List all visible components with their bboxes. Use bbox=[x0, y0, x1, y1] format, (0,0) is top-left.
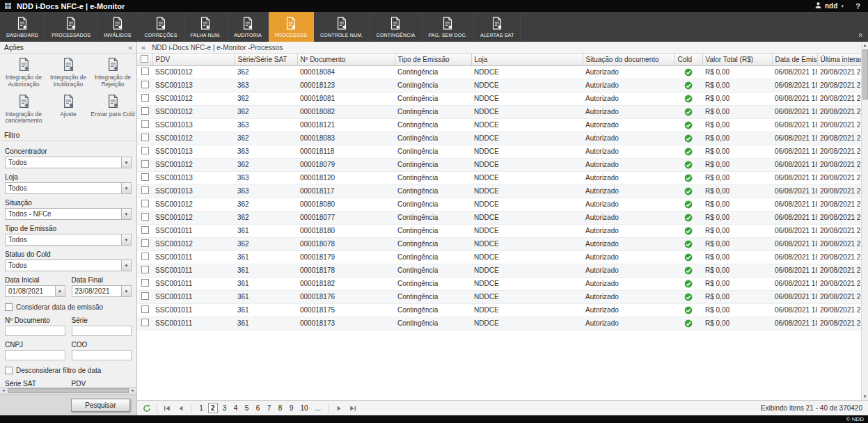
tab-auditoria[interactable]: AUDITORIA bbox=[228, 12, 269, 42]
row-select-cell[interactable] bbox=[137, 131, 152, 145]
row-select-cell[interactable] bbox=[137, 92, 152, 105]
collapse-sidebar-panel-icon[interactable]: « bbox=[128, 44, 132, 51]
select-concentrador[interactable]: Todos▼ bbox=[5, 157, 132, 168]
tab-controle-num[interactable]: CONTROLE NUM. bbox=[314, 12, 370, 42]
table-row[interactable]: SSC001012362000018080ContingênciaNDDCEAu… bbox=[137, 198, 861, 211]
action-integracao-de-autorizacao[interactable]: Integração de Autorização bbox=[1, 57, 46, 88]
select-tipo-de-emissao[interactable]: Todos▼ bbox=[5, 234, 132, 246]
row-select-cell[interactable] bbox=[137, 303, 152, 317]
row-select-cell[interactable] bbox=[137, 317, 152, 330]
search-button[interactable]: Pesquisar bbox=[71, 399, 130, 412]
row-checkbox[interactable] bbox=[141, 319, 149, 326]
coo-input[interactable] bbox=[72, 350, 132, 360]
row-select-cell[interactable] bbox=[137, 145, 152, 158]
page-number-3[interactable]: 3 bbox=[221, 404, 229, 413]
page-number-10[interactable]: 10 bbox=[299, 404, 310, 413]
table-row[interactable]: SSC001011361000018178ContingênciaNDDCEAu… bbox=[137, 264, 861, 277]
sidebar-horizontal-scrollbar[interactable]: ◂ ▸ bbox=[0, 387, 136, 394]
row-checkbox[interactable] bbox=[141, 266, 149, 273]
collapse-ribbon-icon[interactable]: « bbox=[856, 33, 864, 37]
table-row[interactable]: SSC001012362000018082ContingênciaNDDCEAu… bbox=[137, 105, 861, 118]
tab-processos[interactable]: PROCESSOS bbox=[269, 12, 314, 42]
table-row[interactable]: SSC001011361000018176ContingênciaNDDCEAu… bbox=[137, 290, 861, 303]
page-number-4[interactable]: 4 bbox=[232, 404, 240, 413]
scroll-right-icon[interactable]: ▸ bbox=[129, 388, 136, 394]
chevron-down-icon[interactable]: ▼ bbox=[121, 260, 131, 271]
column-header-valor-total-r[interactable]: Valor Total (R$) bbox=[702, 54, 772, 65]
help-button[interactable]: ? bbox=[855, 2, 863, 10]
row-select-cell[interactable] bbox=[137, 158, 152, 171]
row-select-cell[interactable] bbox=[137, 277, 152, 290]
row-checkbox[interactable] bbox=[141, 186, 149, 194]
row-select-cell[interactable] bbox=[137, 237, 152, 250]
row-checkbox[interactable] bbox=[141, 226, 149, 234]
chevron-down-icon[interactable]: ▼ bbox=[55, 286, 65, 296]
column-header-situacao-do-documento[interactable]: Situação do documento bbox=[583, 54, 674, 65]
select-status-do-cold[interactable]: Todos▼ bbox=[5, 260, 132, 271]
tab-contingencia[interactable]: CONTINGÊNCIA bbox=[370, 12, 422, 42]
row-select-cell[interactable] bbox=[137, 290, 152, 303]
collapse-sidebar-icon[interactable]: « bbox=[141, 43, 145, 51]
table-row[interactable]: SSC001013363000018121ContingênciaNDDCEAu… bbox=[137, 118, 861, 131]
tab-processados[interactable]: PROCESSADOS bbox=[45, 12, 97, 42]
table-row[interactable]: SSC001012362000018078ContingênciaNDDCEAu… bbox=[137, 237, 861, 250]
num-documento-input[interactable] bbox=[5, 326, 65, 336]
first-page-icon[interactable] bbox=[161, 403, 173, 414]
row-checkbox[interactable] bbox=[141, 107, 149, 115]
scroll-thumb[interactable] bbox=[862, 49, 868, 99]
column-header-ultima-interacao[interactable]: Última interação bbox=[817, 54, 861, 65]
action-integracao-de-rejeicao[interactable]: Integração de Rejeição bbox=[90, 57, 135, 88]
table-row[interactable]: SSC001012362000018079ContingênciaNDDCEAu… bbox=[137, 158, 861, 171]
action-enviar-para-cold[interactable]: Enviar para Cold bbox=[90, 94, 135, 125]
scroll-left-icon[interactable]: ◂ bbox=[0, 388, 7, 394]
row-select-cell[interactable] bbox=[137, 184, 152, 198]
scroll-down-icon[interactable]: ▼ bbox=[863, 393, 867, 400]
table-row[interactable]: SSC001011361000018173ContingênciaNDDCEAu… bbox=[137, 317, 861, 330]
action-integracao-de-inutilizacao[interactable]: Integração de Inutilização bbox=[46, 57, 90, 88]
tab-correcoes[interactable]: CORREÇÕES bbox=[139, 12, 184, 42]
row-checkbox[interactable] bbox=[141, 94, 149, 102]
table-row[interactable]: SSC001011361000018175ContingênciaNDDCEAu… bbox=[137, 303, 861, 317]
column-header-serie-serie-sat[interactable]: Série/Série SAT bbox=[235, 54, 297, 65]
page-number-6[interactable]: 6 bbox=[254, 404, 262, 413]
row-select-cell[interactable] bbox=[137, 211, 152, 224]
date-start-picker[interactable]: 01/08/2021 ▼ bbox=[5, 285, 65, 297]
select-situacao[interactable]: Todos - NFCe▼ bbox=[5, 208, 132, 220]
column-header-loja[interactable]: Loja bbox=[471, 54, 583, 65]
row-checkbox[interactable] bbox=[141, 253, 149, 260]
page-number-8[interactable]: 8 bbox=[276, 404, 285, 413]
select-all-checkbox[interactable] bbox=[141, 55, 148, 63]
tab-dashboard[interactable]: DASHBOARD bbox=[0, 12, 45, 42]
row-checkbox[interactable] bbox=[141, 292, 149, 300]
select-loja[interactable]: Todos▼ bbox=[5, 182, 132, 194]
row-checkbox[interactable] bbox=[141, 279, 149, 287]
scroll-up-icon[interactable]: ▲ bbox=[863, 42, 867, 49]
row-select-cell[interactable] bbox=[137, 250, 152, 264]
row-select-cell[interactable] bbox=[137, 65, 152, 79]
page-number-2[interactable]: 2 bbox=[208, 403, 218, 413]
apps-grid-icon[interactable] bbox=[5, 3, 11, 9]
column-header-tipo-de-emissao[interactable]: Tipo de Emissão bbox=[395, 54, 471, 65]
last-page-icon[interactable] bbox=[347, 403, 358, 414]
row-checkbox[interactable] bbox=[141, 67, 149, 75]
table-row[interactable]: SSC001013363000018120ContingênciaNDDCEAu… bbox=[137, 171, 861, 184]
row-select-cell[interactable] bbox=[137, 198, 152, 211]
tab-pag-sem-doc[interactable]: PAG. SEM DOC. bbox=[423, 12, 474, 42]
chevron-down-icon[interactable]: ▼ bbox=[121, 209, 131, 219]
row-checkbox[interactable] bbox=[141, 147, 149, 154]
row-select-cell[interactable] bbox=[137, 79, 152, 92]
table-row[interactable]: SSC001012362000018081ContingênciaNDDCEAu… bbox=[137, 92, 861, 105]
vertical-scrollbar[interactable]: ▲ ▼ bbox=[861, 42, 868, 400]
page-number-1[interactable]: 1 bbox=[197, 404, 205, 413]
table-row[interactable]: SSC001013363000018118ContingênciaNDDCEAu… bbox=[137, 145, 861, 158]
refresh-icon[interactable] bbox=[141, 403, 152, 414]
user-menu[interactable]: ndd ▼ bbox=[814, 1, 844, 10]
tab-alertas-sat[interactable]: ALERTAS SAT bbox=[474, 12, 521, 42]
row-checkbox[interactable] bbox=[141, 81, 149, 88]
row-checkbox[interactable] bbox=[141, 160, 149, 168]
serie-input[interactable] bbox=[72, 326, 132, 336]
chevron-down-icon[interactable]: ▼ bbox=[121, 286, 131, 296]
cnpj-input[interactable] bbox=[5, 350, 65, 360]
column-header-data-de-emissao[interactable]: Data de Emissão bbox=[772, 54, 817, 65]
row-checkbox[interactable] bbox=[141, 134, 149, 141]
